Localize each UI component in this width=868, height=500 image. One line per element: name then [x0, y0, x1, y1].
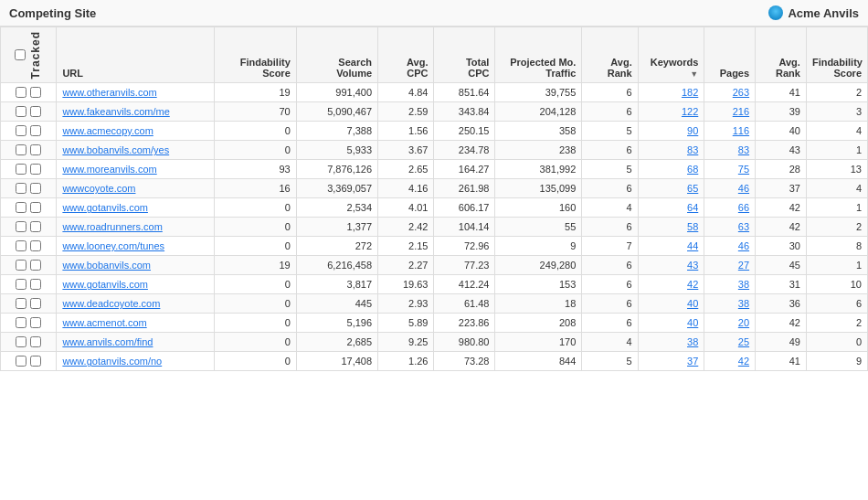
- search-volume-cell: 6,216,458: [296, 256, 377, 275]
- keywords-link[interactable]: 38: [687, 336, 698, 347]
- tracked-checkbox[interactable]: [16, 317, 26, 328]
- pages-link[interactable]: 63: [738, 221, 749, 232]
- pages-link[interactable]: 216: [733, 106, 749, 117]
- projected-traffic-cell: 18: [495, 294, 582, 314]
- tracked-checkbox[interactable]: [16, 87, 26, 98]
- url-link[interactable]: www.fakeanvils.com/me: [62, 106, 169, 117]
- acme-findability-score-cell: 1: [806, 141, 867, 160]
- pages-link[interactable]: 38: [738, 279, 749, 290]
- avg-cpc-cell: 2.15: [378, 237, 434, 256]
- table-row: www.gotanvils.com 0 3,817 19.63 412.24 1…: [1, 275, 868, 294]
- pages-link[interactable]: 38: [738, 298, 749, 309]
- url-checkbox[interactable]: [30, 164, 41, 175]
- avg-cpc-cell: 1.56: [378, 122, 434, 141]
- tracked-checkbox[interactable]: [16, 260, 26, 271]
- url-cell: www.anvils.com/find: [57, 333, 215, 352]
- url-checkbox[interactable]: [30, 279, 41, 290]
- url-link[interactable]: www.anvils.com/find: [62, 336, 153, 347]
- keywords-link[interactable]: 182: [682, 87, 698, 98]
- tracked-checkbox[interactable]: [16, 279, 26, 290]
- url-link[interactable]: www.gotanvils.com/no: [62, 356, 162, 367]
- keywords-link[interactable]: 40: [687, 317, 698, 328]
- tracked-label: Tracked: [29, 31, 42, 79]
- keywords-link[interactable]: 90: [687, 125, 698, 136]
- url-link[interactable]: www.gotanvils.com: [62, 279, 148, 290]
- keywords-link[interactable]: 42: [687, 279, 698, 290]
- keywords-link[interactable]: 68: [687, 164, 698, 175]
- url-link[interactable]: www.gotanvils.com: [62, 202, 148, 213]
- tracked-checkbox[interactable]: [16, 356, 26, 367]
- tracked-checkbox[interactable]: [16, 106, 26, 117]
- url-checkbox[interactable]: [30, 202, 41, 213]
- url-link[interactable]: www.acmecopy.com: [62, 125, 153, 136]
- tracked-checkbox[interactable]: [16, 125, 26, 136]
- url-checkbox[interactable]: [30, 298, 41, 309]
- url-checkbox[interactable]: [30, 144, 41, 155]
- keywords-cell: 68: [638, 160, 704, 179]
- url-checkbox[interactable]: [30, 356, 41, 367]
- total-cpc-cell: 61.48: [434, 294, 495, 314]
- acme-anvils-label: Acme Anvils: [788, 6, 859, 20]
- keywords-link[interactable]: 40: [687, 298, 698, 309]
- tracked-checkbox[interactable]: [16, 221, 26, 232]
- tracked-checkbox[interactable]: [16, 298, 26, 309]
- keywords-link[interactable]: 83: [687, 144, 698, 155]
- url-checkbox[interactable]: [30, 106, 41, 117]
- url-checkbox[interactable]: [30, 87, 41, 98]
- keywords-link[interactable]: 44: [687, 240, 698, 251]
- acme-avg-rank-cell: 41: [756, 352, 807, 371]
- url-link[interactable]: www.roadrunners.com: [62, 221, 162, 232]
- keywords-column-header[interactable]: Keywords ▼: [638, 27, 704, 83]
- keywords-link[interactable]: 65: [687, 183, 698, 194]
- url-checkbox[interactable]: [30, 336, 41, 347]
- pages-link[interactable]: 116: [733, 125, 749, 136]
- keywords-link[interactable]: 122: [682, 106, 698, 117]
- pages-link[interactable]: 46: [738, 240, 749, 251]
- tracked-checkbox[interactable]: [16, 336, 26, 347]
- url-checkbox[interactable]: [30, 240, 41, 251]
- pages-link[interactable]: 42: [738, 356, 749, 367]
- pages-link[interactable]: 83: [738, 144, 749, 155]
- url-link[interactable]: www.looney.com/tunes: [62, 240, 164, 251]
- url-checkbox[interactable]: [30, 221, 41, 232]
- avg-cpc-cell: 2.42: [378, 218, 434, 237]
- tracked-cell: [1, 102, 57, 122]
- projected-traffic-column-header: Projected Mo. Traffic: [495, 27, 582, 83]
- keywords-link[interactable]: 64: [687, 202, 698, 213]
- keywords-link[interactable]: 43: [687, 260, 698, 271]
- select-all-tracked-checkbox[interactable]: [15, 49, 26, 60]
- tracked-checkbox[interactable]: [16, 144, 26, 155]
- url-cell: www.fakeanvils.com/me: [57, 102, 215, 122]
- tracked-cell: [1, 333, 57, 352]
- total-cpc-cell: 72.96: [434, 237, 495, 256]
- pages-link[interactable]: 263: [733, 87, 749, 98]
- url-link[interactable]: www.bobanvils.com: [62, 260, 151, 271]
- url-link[interactable]: www.bobanvils.com/yes: [62, 144, 169, 155]
- avg-cpc-cell: 1.26: [378, 352, 434, 371]
- pages-link[interactable]: 66: [738, 202, 749, 213]
- pages-link[interactable]: 20: [738, 317, 749, 328]
- tracked-checkbox[interactable]: [16, 164, 26, 175]
- pages-link[interactable]: 27: [738, 260, 749, 271]
- tracked-checkbox[interactable]: [16, 183, 26, 194]
- keywords-link[interactable]: 37: [687, 356, 698, 367]
- url-link[interactable]: www.moreanvils.com: [62, 164, 156, 175]
- url-link[interactable]: www.otheranvils.com: [62, 87, 156, 98]
- url-checkbox[interactable]: [30, 260, 41, 271]
- avg-rank-cell: 6: [582, 83, 638, 102]
- keywords-cell: 37: [638, 352, 704, 371]
- tracked-column-header: Tracked: [1, 27, 57, 83]
- tracked-checkbox[interactable]: [16, 202, 26, 213]
- url-checkbox[interactable]: [30, 183, 41, 194]
- pages-link[interactable]: 75: [738, 164, 749, 175]
- url-checkbox[interactable]: [30, 317, 41, 328]
- pages-link[interactable]: 46: [738, 183, 749, 194]
- url-link[interactable]: wwwcoyote.com: [62, 183, 135, 194]
- pages-link[interactable]: 25: [738, 336, 749, 347]
- url-checkbox[interactable]: [30, 125, 41, 136]
- total-cpc-cell: 412.24: [434, 275, 495, 294]
- tracked-checkbox[interactable]: [16, 240, 26, 251]
- url-link[interactable]: www.deadcoyote.com: [62, 298, 160, 309]
- url-link[interactable]: www.acmenot.com: [62, 317, 146, 328]
- keywords-link[interactable]: 58: [687, 221, 698, 232]
